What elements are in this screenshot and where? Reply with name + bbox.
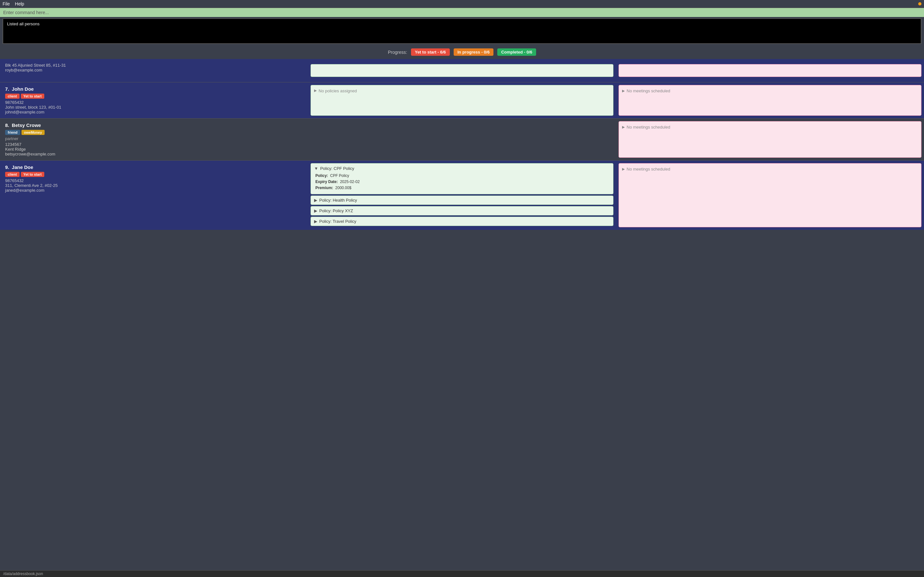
progress-label: Progress: [388, 50, 407, 55]
policy-name-row: Policy: CPF Policy [315, 173, 610, 179]
meetings-panel: ▶ No meetings scheduled [616, 161, 924, 230]
policy-item[interactable]: ▶ Policy: Policy XYZ [310, 206, 614, 215]
partial-email: royb@example.com [5, 68, 303, 73]
policy-title: Policy: Travel Policy [319, 219, 357, 224]
no-policies-box: ▶ No policies assigned [310, 85, 614, 116]
person-info: 8. Betsy Crowe friendoweMoney partner 12… [0, 119, 308, 160]
in-progress-badge: In progress - 0/6 [454, 48, 493, 56]
person-tags: clientYet to start [5, 93, 303, 99]
person-email: betsycrowe@example.com [5, 152, 303, 156]
policy-title: Policy: Health Policy [319, 198, 357, 203]
person-row: 7. John Doe clientYet to start 98765432 … [0, 82, 924, 118]
output-area: Listed all persons [3, 18, 921, 44]
person-address: John street, block 123, #01-01 [5, 105, 303, 110]
person-phone: 98765432 [5, 100, 303, 105]
command-bar [0, 8, 924, 17]
partial-policy-panel [308, 61, 616, 79]
help-menu[interactable]: Help [15, 1, 24, 6]
command-input[interactable] [3, 10, 921, 15]
person-address: 311, Clementi Ave 2, #02-25 [5, 183, 303, 188]
arrow-icon: ▶ [622, 89, 625, 93]
person-row: 9. Jane Doe clientYet to start 98765432 … [0, 160, 924, 230]
chevron-right-icon: ▶ [314, 219, 317, 224]
tag-friend: friend [5, 130, 20, 135]
policy-item-header: ▼ Policy: CPF Policy [314, 166, 610, 171]
arrow-icon: ▶ [314, 89, 317, 93]
status-path: /data/addressbook.json [3, 572, 43, 576]
tag-client: client [5, 172, 19, 177]
yet-to-start-badge: Yet to start - 6/6 [411, 48, 450, 56]
policy-item[interactable]: ▶ Policy: Health Policy [310, 195, 614, 205]
partial-meetings-panel [616, 61, 924, 79]
content-area: Blk 45 Aljunied Street 85, #11-31 royb@e… [0, 59, 924, 570]
person-info: 9. Jane Doe clientYet to start 98765432 … [0, 161, 308, 230]
person-role: partner [5, 136, 303, 141]
menubar: File Help [0, 0, 924, 8]
person-tags: clientYet to start [5, 172, 303, 177]
person-phone: 1234567 [5, 142, 303, 147]
policy-panel [308, 119, 616, 160]
policy-premium-row: Premium: 2000.00$ [315, 185, 610, 191]
chevron-right-icon: ▶ [314, 208, 317, 213]
meetings-panel: ▶ No meetings scheduled [616, 119, 924, 160]
status-dot [918, 2, 921, 5]
progress-bar: Progress: Yet to start - 6/6 In progress… [0, 45, 924, 59]
status-bar: /data/addressbook.json [0, 570, 924, 577]
person-info: 7. John Doe clientYet to start 98765432 … [0, 82, 308, 118]
arrow-icon: ▶ [622, 125, 625, 129]
policy-item-expanded[interactable]: ▼ Policy: CPF Policy Policy: CPF Policy … [310, 163, 614, 194]
policy-expiry-row: Expiry Date: 2025-02-02 [315, 179, 610, 185]
person-address: Kent Ridge [5, 147, 303, 152]
policy-details: Policy: CPF Policy Expiry Date: 2025-02-… [315, 173, 610, 191]
person-row: 8. Betsy Crowe friendoweMoney partner 12… [0, 118, 924, 160]
partial-person-info: Blk 45 Aljunied Street 85, #11-31 royb@e… [0, 61, 308, 79]
meetings-panel: ▶ No meetings scheduled [616, 82, 924, 118]
no-meetings-text: No meetings scheduled [627, 125, 670, 129]
no-meetings-text: No meetings scheduled [627, 167, 670, 171]
no-meetings-box: ▶ No meetings scheduled [619, 85, 921, 116]
person-email: johnd@example.com [5, 110, 303, 114]
no-policies-text: No policies assigned [318, 89, 357, 93]
tag-client: client [5, 93, 19, 99]
tag-yet-to-start: Yet to start [21, 93, 44, 99]
arrow-icon: ▶ [622, 167, 625, 171]
person-tags: friendoweMoney [5, 130, 303, 135]
partial-meetings-box [619, 64, 921, 77]
policy-panel: ▼ Policy: CPF Policy Policy: CPF Policy … [308, 161, 616, 230]
person-name: 7. John Doe [5, 86, 303, 92]
policy-item[interactable]: ▶ Policy: Travel Policy [310, 217, 614, 226]
no-meetings-text: No meetings scheduled [627, 89, 670, 93]
person-phone: 98765432 [5, 178, 303, 183]
tag-yet-to-start: Yet to start [21, 172, 44, 177]
policy-panel: ▶ No policies assigned [308, 82, 616, 118]
file-menu[interactable]: File [3, 1, 10, 6]
partial-address: Blk 45 Aljunied Street 85, #11-31 [5, 63, 303, 68]
policy-title: Policy: CPF Policy [320, 166, 354, 171]
policy-title: Policy: Policy XYZ [319, 208, 353, 213]
person-email: janed@example.com [5, 188, 303, 193]
chevron-down-icon: ▼ [314, 166, 318, 171]
no-meetings-box: ▶ No meetings scheduled [619, 121, 921, 158]
partial-person-row: Blk 45 Aljunied Street 85, #11-31 royb@e… [0, 59, 924, 82]
chevron-right-icon: ▶ [314, 198, 317, 203]
no-meetings-box: ▶ No meetings scheduled [619, 163, 921, 227]
output-text: Listed all persons [7, 21, 39, 26]
policy-list: ▼ Policy: CPF Policy Policy: CPF Policy … [310, 163, 614, 226]
person-name: 9. Jane Doe [5, 164, 303, 170]
completed-badge: Completed - 0/6 [497, 48, 536, 56]
partial-policy-box [310, 64, 614, 77]
tag-owe-money: oweMoney [21, 130, 45, 135]
persons-container: 7. John Doe clientYet to start 98765432 … [0, 82, 924, 230]
person-name: 8. Betsy Crowe [5, 122, 303, 128]
